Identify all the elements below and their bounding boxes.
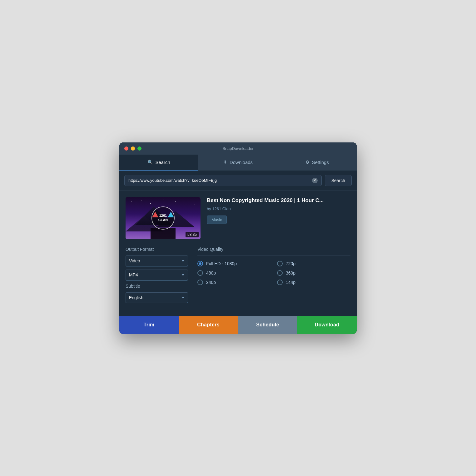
gear-icon: ⚙ — [305, 160, 310, 165]
download-icon: ⬇ — [223, 160, 227, 165]
quality-label-1080p: Full HD - 1080p — [206, 261, 237, 266]
url-input[interactable] — [128, 178, 312, 183]
video-thumbnail: 1261 CLAN 58:35 — [126, 197, 201, 239]
quality-label-240p: 240p — [206, 280, 216, 285]
quality-option-720p[interactable]: 720p — [277, 261, 350, 266]
radio-720p[interactable] — [277, 261, 283, 266]
tab-search[interactable]: 🔍 Search — [119, 155, 198, 171]
radio-360p[interactable] — [277, 270, 283, 276]
output-format-label: Output Format — [126, 247, 188, 252]
titlebar: SnapDownloader — [119, 142, 357, 155]
svg-text:1261: 1261 — [159, 214, 167, 217]
video-section: 1261 CLAN 58:35 Best Non Copyrighted Mus… — [126, 197, 350, 239]
subtitle-select[interactable]: English Spanish French German — [126, 292, 188, 303]
url-search-bar: ✕ Search — [119, 171, 357, 191]
quality-option-1080p[interactable]: Full HD - 1080p — [197, 261, 271, 266]
svg-point-6 — [141, 200, 141, 201]
subtitle-wrapper: English Spanish French German ▼ — [126, 292, 188, 303]
quality-option-240p[interactable]: 240p — [197, 280, 271, 285]
tab-bar: 🔍 Search ⬇ Downloads ⚙ Settings — [119, 155, 357, 171]
quality-option-144p[interactable]: 144p — [277, 280, 350, 285]
video-category[interactable]: Music — [207, 216, 227, 224]
radio-144p[interactable] — [277, 280, 283, 285]
traffic-lights — [124, 146, 141, 151]
download-button[interactable]: Download — [297, 316, 357, 334]
video-duration: 58:35 — [186, 232, 199, 237]
radio-inner-1080p — [199, 262, 201, 265]
tab-downloads[interactable]: ⬇ Downloads — [198, 155, 277, 171]
clear-url-button[interactable]: ✕ — [312, 178, 318, 183]
quality-grid: Full HD - 1080p 720p 480p 360p — [197, 261, 350, 285]
app-window: SnapDownloader 🔍 Search ⬇ Downloads ⚙ Se… — [119, 142, 357, 334]
svg-point-10 — [188, 200, 188, 201]
format-type-wrapper: Video Audio Subtitles ▼ — [126, 255, 188, 266]
chapters-button[interactable]: Chapters — [179, 316, 238, 334]
search-button[interactable]: Search — [325, 175, 352, 186]
close-button[interactable] — [124, 146, 128, 151]
quality-label-144p: 144p — [286, 280, 295, 285]
url-input-wrapper: ✕ — [124, 175, 322, 186]
format-type-select[interactable]: Video Audio Subtitles — [126, 255, 188, 266]
main-content: 1261 CLAN 58:35 Best Non Copyrighted Mus… — [119, 191, 357, 310]
options-section: Output Format Video Audio Subtitles ▼ MP… — [126, 247, 350, 306]
video-author: by 1261 Clan — [207, 206, 350, 211]
radio-240p[interactable] — [197, 280, 203, 285]
quality-label-480p: 480p — [206, 270, 216, 275]
output-format-section: Output Format Video Audio Subtitles ▼ MP… — [126, 247, 188, 306]
search-icon: 🔍 — [147, 160, 153, 165]
video-title: Best Non Copyrighted Music 2020 | 1 Hour… — [207, 197, 350, 204]
svg-point-9 — [175, 201, 176, 202]
trim-button[interactable]: Trim — [119, 316, 179, 334]
app-title: SnapDownloader — [222, 146, 254, 151]
tab-downloads-label: Downloads — [230, 160, 253, 165]
svg-point-8 — [163, 199, 163, 200]
svg-point-11 — [194, 205, 195, 205]
format-codec-select[interactable]: MP4 MKV AVI MOV — [126, 270, 188, 280]
tab-settings-label: Settings — [312, 160, 329, 165]
radio-480p[interactable] — [197, 270, 203, 276]
video-quality-label: Video Quality — [197, 247, 350, 252]
tab-search-label: Search — [155, 160, 170, 165]
quality-label-720p: 720p — [286, 261, 295, 266]
video-info: Best Non Copyrighted Music 2020 | 1 Hour… — [207, 197, 350, 239]
svg-point-5 — [131, 201, 132, 202]
tab-settings[interactable]: ⚙ Settings — [278, 155, 357, 171]
quality-divider — [197, 255, 350, 256]
subtitle-label: Subtitle — [126, 284, 188, 289]
svg-point-7 — [150, 203, 151, 204]
bottom-action-bar: Trim Chapters Schedule Download — [119, 316, 357, 334]
video-quality-section: Video Quality Full HD - 1080p 720p — [197, 247, 350, 306]
quality-option-360p[interactable]: 360p — [277, 270, 350, 276]
maximize-button[interactable] — [137, 146, 141, 151]
format-codec-wrapper: MP4 MKV AVI MOV ▼ — [126, 270, 188, 280]
radio-1080p[interactable] — [197, 261, 203, 266]
schedule-button[interactable]: Schedule — [238, 316, 297, 334]
svg-point-13 — [185, 208, 185, 208]
quality-label-360p: 360p — [286, 270, 295, 275]
quality-option-480p[interactable]: 480p — [197, 270, 271, 276]
svg-text:CLAN: CLAN — [158, 218, 168, 222]
svg-point-12 — [136, 208, 137, 208]
minimize-button[interactable] — [131, 146, 135, 151]
